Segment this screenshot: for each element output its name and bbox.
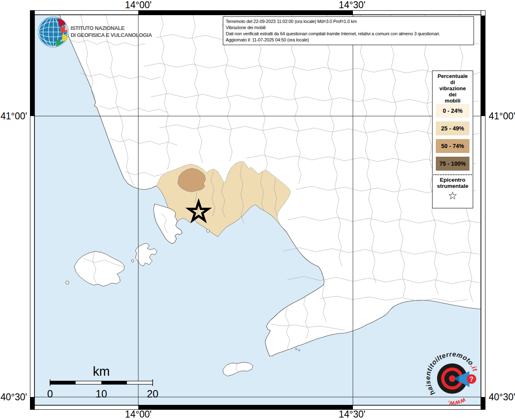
legend-swatch-75-100: 75 - 100% <box>436 157 469 171</box>
lat-label-right-40-30: 40°30' <box>489 392 515 402</box>
islet-li-galli <box>295 348 297 350</box>
question-mark: ? <box>469 376 474 383</box>
map-canvas: km 0 10 20 <box>0 0 515 420</box>
lon-label-top-14-30: 14°30' <box>339 0 366 10</box>
info-line-event: Terremoto del 22-09-2023 11:02:00 (ora l… <box>226 18 471 25</box>
lon-label-bottom-14-30: 14°30' <box>339 409 366 420</box>
legend-star-icon: ☆ <box>433 190 473 201</box>
legend-divider <box>433 174 472 175</box>
lat-label-right-41-00: 41°00' <box>489 111 515 121</box>
legend-swatch-50-74: 50 - 74% <box>436 139 469 153</box>
earthquake-map-page: { "info_box": { "lines": [ "Terremoto de… <box>0 0 515 420</box>
legend: Percentuale di vibrazione dei mobili 0 -… <box>432 71 473 208</box>
legend-epicenter-label-2: strumentale <box>433 183 473 189</box>
legend-swatch-0-24: 0 - 24% <box>436 104 469 118</box>
earthquake-info-box: Terremoto del 22-09-2023 11:02:00 (ora l… <box>223 16 474 45</box>
scale-tick-10: 10 <box>96 388 107 399</box>
lat-label-left-41-00: 41°00' <box>0 111 27 121</box>
map-area: km 0 10 20 <box>34 15 481 405</box>
legend-title: Percentuale di vibrazione dei mobili <box>433 71 473 104</box>
legend-swatch-25-49: 25 - 49% <box>436 121 469 135</box>
info-line-data-note: Dati non verificati estratti da 64 quest… <box>226 31 471 37</box>
lat-label-left-40-30: 40°30' <box>0 392 27 402</box>
info-line-maptype: Vibrazione dei mobili <box>226 25 471 31</box>
lon-label-top-14-00: 14°00' <box>125 0 152 10</box>
ingv-logo-text: ISTITUTO NAZIONALE DI GEOFISICA E VULCAN… <box>71 25 152 39</box>
lon-label-bottom-14-00: 14°00' <box>125 409 152 420</box>
info-line-updated: Aggiornato il: 11-07-2025 04:50 (ora loc… <box>226 37 471 43</box>
scale-bar-unit: km <box>93 364 110 379</box>
scale-tick-20: 20 <box>147 388 158 399</box>
legend-epicenter-label-1: Epicentro <box>433 177 473 183</box>
ingv-name-line2: DI GEOFISICA E VULCANOLOGIA <box>71 32 152 39</box>
islet-li-galli-2 <box>299 350 300 351</box>
islet <box>66 281 69 284</box>
scale-tick-0: 0 <box>47 388 53 399</box>
ingv-name-line1: ISTITUTO NAZIONALE <box>71 25 152 32</box>
islet-nisida <box>207 230 210 233</box>
islet-vivara <box>131 260 134 262</box>
ingv-globe-icon <box>38 17 69 47</box>
